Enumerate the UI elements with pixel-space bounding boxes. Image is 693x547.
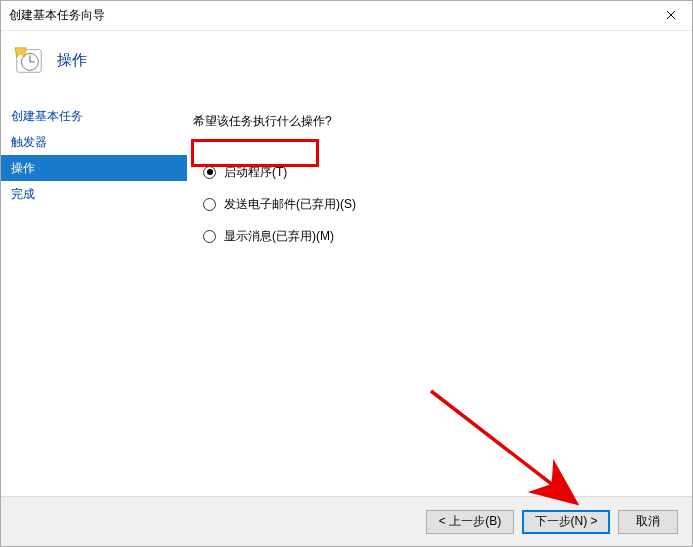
body: 创建基本任务 触发器 操作 完成 希望该任务执行什么操作? 启动程序(T) 发送… <box>1 89 692 496</box>
footer: < 上一步(B) 下一步(N) > 取消 <box>1 496 692 546</box>
cancel-button[interactable]: 取消 <box>618 510 678 534</box>
option-start-program[interactable]: 启动程序(T) <box>193 158 672 186</box>
page-title: 操作 <box>57 51 87 70</box>
sidebar: 创建基本任务 触发器 操作 完成 <box>1 89 187 496</box>
sidebar-item-create[interactable]: 创建基本任务 <box>1 103 187 129</box>
option-label: 启动程序(T) <box>224 164 287 181</box>
window-title: 创建基本任务向导 <box>9 7 105 24</box>
sidebar-item-finish[interactable]: 完成 <box>1 181 187 207</box>
option-show-message[interactable]: 显示消息(已弃用)(M) <box>193 222 672 250</box>
sidebar-item-action[interactable]: 操作 <box>1 155 187 181</box>
task-clock-icon <box>13 44 45 76</box>
back-button[interactable]: < 上一步(B) <box>426 510 514 534</box>
option-label: 发送电子邮件(已弃用)(S) <box>224 196 356 213</box>
content-area: 希望该任务执行什么操作? 启动程序(T) 发送电子邮件(已弃用)(S) 显示消息… <box>187 89 692 496</box>
close-icon <box>666 9 676 23</box>
wizard-window: 创建基本任务向导 操作 创建基本任务 触发器 操作 完成 希望该任务 <box>0 0 693 547</box>
header: 操作 <box>1 31 692 89</box>
option-label: 显示消息(已弃用)(M) <box>224 228 334 245</box>
radio-icon <box>203 230 216 243</box>
option-send-email[interactable]: 发送电子邮件(已弃用)(S) <box>193 190 672 218</box>
prompt-text: 希望该任务执行什么操作? <box>193 113 672 130</box>
titlebar: 创建基本任务向导 <box>1 1 692 31</box>
radio-icon <box>203 198 216 211</box>
next-button[interactable]: 下一步(N) > <box>522 510 610 534</box>
close-button[interactable] <box>650 2 692 30</box>
sidebar-item-trigger[interactable]: 触发器 <box>1 129 187 155</box>
radio-icon <box>203 166 216 179</box>
